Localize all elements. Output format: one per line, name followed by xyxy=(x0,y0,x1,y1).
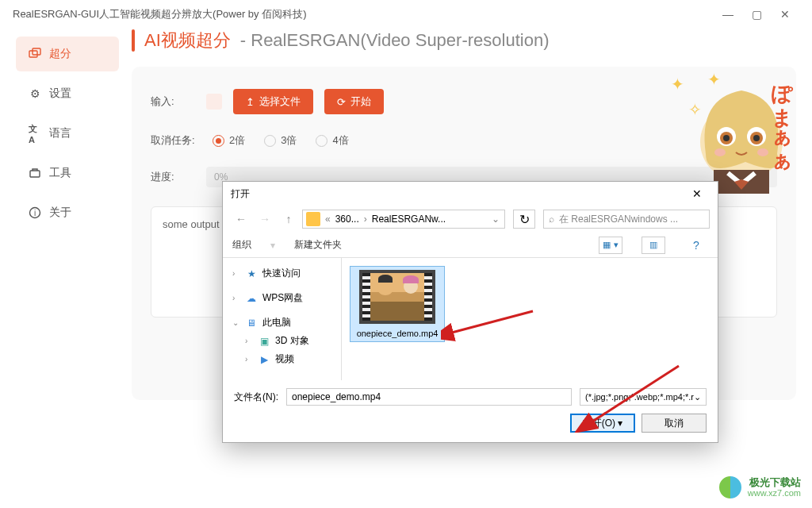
preview-pane-button[interactable]: ▥ xyxy=(642,237,665,254)
mascot-text: ぽまぁぁ xyxy=(768,70,796,165)
language-icon: 文A xyxy=(29,127,41,140)
titlebar: RealESRGAN-GUI人工智能视频超分辨放大(Power by 佰阅科技)… xyxy=(0,0,812,29)
svg-rect-2 xyxy=(30,171,40,177)
video-thumbnail xyxy=(359,270,435,324)
view-mode-button[interactable]: ▦ ▾ xyxy=(599,237,622,254)
sidebar-item-language[interactable]: 文A 语言 xyxy=(16,116,119,151)
input-indicator xyxy=(206,94,222,110)
minimize-button[interactable]: — xyxy=(714,0,742,29)
pc-icon: 🖥 xyxy=(245,317,258,329)
cancel-label: 取消任务: xyxy=(151,133,201,148)
sidebar-item-label: 语言 xyxy=(49,126,71,140)
refresh-button[interactable]: ↻ xyxy=(513,210,535,229)
start-button[interactable]: ⟳ 开始 xyxy=(324,89,384,114)
new-folder-button[interactable]: 新建文件夹 xyxy=(294,238,342,252)
svg-rect-0 xyxy=(29,51,37,57)
help-button[interactable]: ? xyxy=(684,237,708,254)
breadcrumb[interactable]: « 360... › RealESRGANw... ⌄ xyxy=(302,210,505,229)
radio-icon xyxy=(213,135,224,147)
mascot-image: ✦ ✧ ✦ ぽまぁぁ xyxy=(666,67,801,194)
chevron-down-icon: ⌄ xyxy=(694,392,701,402)
svg-point-8 xyxy=(723,135,730,141)
toolbox-icon xyxy=(29,167,41,179)
sidebar-item-label: 超分 xyxy=(49,47,71,61)
organize-button[interactable]: 组织 xyxy=(232,238,251,252)
upload-icon: ↥ xyxy=(246,96,255,108)
dialog-toolbar: 组织 ▾ 新建文件夹 ▦ ▾ ▥ ? xyxy=(223,233,718,258)
svg-rect-1 xyxy=(33,48,40,55)
dialog-nav: ← → ↑ « 360... › RealESRGANw... ⌄ ↻ ⌕ 在 … xyxy=(223,206,718,233)
gear-icon: ⚙ xyxy=(29,87,41,100)
dialog-open-button[interactable]: 打开(O) ▾ xyxy=(570,414,635,433)
dialog-cancel-button[interactable]: 取消 xyxy=(642,414,707,433)
page-subtitle: - RealESRGAN(Video Super-resolution) xyxy=(240,30,550,51)
sidebar-item-settings[interactable]: ⚙ 设置 xyxy=(16,76,119,111)
search-icon: ⌕ xyxy=(549,214,554,225)
watermark: 极光下载站 www.xz7.com xyxy=(718,475,801,500)
page-header: AI视频超分 - RealESRGAN(Video Super-resoluti… xyxy=(132,29,796,52)
folder-icon xyxy=(306,212,320,226)
sidebar-item-tools[interactable]: 工具 xyxy=(16,156,119,190)
scale-option-4x[interactable]: 4倍 xyxy=(316,133,348,148)
file-item-onepiece[interactable]: onepiece_demo.mp4 xyxy=(350,266,445,342)
dialog-close-button[interactable]: ✕ xyxy=(684,184,710,203)
radio-icon xyxy=(316,135,327,147)
scale-option-3x[interactable]: 3倍 xyxy=(264,133,297,148)
tree-item-wps[interactable]: ›☁ WPS网盘 xyxy=(226,289,338,307)
tree-item-this-pc[interactable]: ⌄🖥 此电脑 xyxy=(226,314,338,332)
watermark-name: 极光下载站 xyxy=(748,476,801,489)
file-list: onepiece_demo.mp4 xyxy=(342,258,718,380)
dialog-title-text: 打开 xyxy=(231,187,250,201)
tree-item-quick-access[interactable]: ›★ 快速访问 xyxy=(226,264,338,283)
star-icon: ★ xyxy=(245,267,258,280)
nav-up-button[interactable]: ↑ xyxy=(278,210,299,229)
upscale-icon xyxy=(29,48,41,60)
svg-point-11 xyxy=(753,135,760,141)
scale-option-2x[interactable]: 2倍 xyxy=(213,133,245,148)
filename-label: 文件名(N): xyxy=(234,391,278,404)
input-label: 输入: xyxy=(151,94,195,109)
sidebar-item-label: 设置 xyxy=(49,87,71,101)
close-button[interactable]: ✕ xyxy=(771,0,799,29)
file-name: onepiece_demo.mp4 xyxy=(357,329,439,338)
sidebar-item-label: 关于 xyxy=(49,206,71,220)
svg-text:i: i xyxy=(34,209,36,217)
page-title: AI视频超分 xyxy=(144,29,231,52)
tree-item-videos[interactable]: ›▶ 视频 xyxy=(226,350,338,368)
tree-item-3d-objects[interactable]: ›▣ 3D 对象 xyxy=(226,332,338,350)
filename-input[interactable] xyxy=(286,388,572,406)
nav-back-button[interactable]: ← xyxy=(231,210,251,229)
maximize-button[interactable]: ▢ xyxy=(742,0,771,29)
video-icon: ▶ xyxy=(258,353,270,366)
window-title: RealESRGAN-GUI人工智能视频超分辨放大(Power by 佰阅科技) xyxy=(13,7,307,21)
watermark-url: www.xz7.com xyxy=(748,488,801,498)
cube-icon: ▣ xyxy=(258,335,270,348)
svg-point-12 xyxy=(714,148,726,156)
scale-radio-group: 2倍 3倍 4倍 xyxy=(213,133,349,148)
select-file-button[interactable]: ↥ 选择文件 xyxy=(233,89,313,114)
file-type-filter[interactable]: (*.jpg;*.png;*.webp;*.mp4;*.r ⌄ xyxy=(580,388,707,406)
file-open-dialog: 打开 ✕ ← → ↑ « 360... › RealESRGANw... ⌄ ↻… xyxy=(222,181,718,443)
sidebar-item-upscale[interactable]: 超分 xyxy=(16,37,119,71)
cloud-icon: ☁ xyxy=(245,292,258,305)
sidebar-item-label: 工具 xyxy=(49,166,71,180)
sidebar: 超分 ⚙ 设置 文A 语言 工具 i 关于 xyxy=(16,29,119,492)
sidebar-item-about[interactable]: i 关于 xyxy=(16,195,119,230)
dialog-footer: 文件名(N): (*.jpg;*.png;*.webp;*.mp4;*.r ⌄ xyxy=(223,380,718,414)
radio-icon xyxy=(264,135,276,147)
info-icon: i xyxy=(29,206,41,219)
chevron-down-icon[interactable]: ⌄ xyxy=(490,214,501,225)
progress-label: 进度: xyxy=(151,170,195,184)
svg-point-13 xyxy=(757,148,768,156)
search-input[interactable]: ⌕ 在 RealESRGANwindows ... xyxy=(543,210,710,229)
dialog-titlebar: 打开 ✕ xyxy=(223,182,718,206)
watermark-logo xyxy=(718,475,743,500)
accent-bar xyxy=(132,29,135,52)
reload-icon: ⟳ xyxy=(337,96,346,108)
nav-forward-button[interactable]: → xyxy=(255,210,275,229)
folder-tree: ›★ 快速访问 ›☁ WPS网盘 ⌄🖥 此电脑 ›▣ 3D 对象 ›▶ 视频 xyxy=(223,258,342,380)
